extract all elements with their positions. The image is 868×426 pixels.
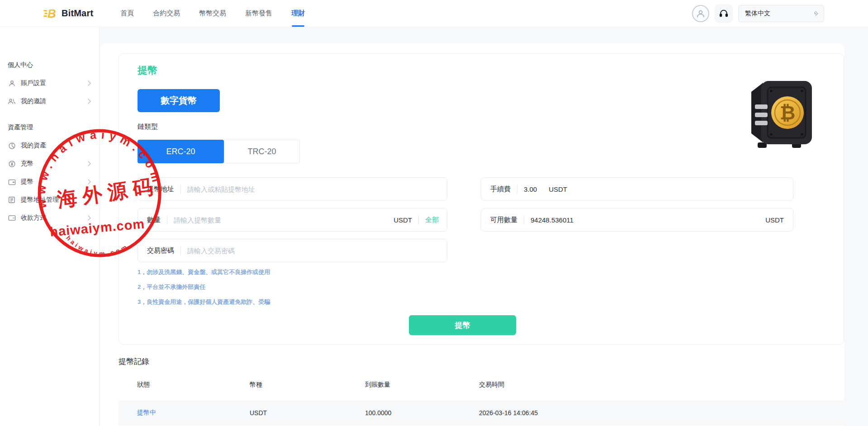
withdraw-form-card: 提幣 數字貨幣 鏈類型 ERC-20 TRC-20 提幣地址 數量 USDT 全…: [119, 53, 844, 345]
language-value: 繁体中文: [745, 9, 770, 18]
fee-unit: USDT: [549, 185, 567, 193]
chevron-right-icon: [85, 80, 90, 85]
withdraw-address-field: 提幣地址: [138, 177, 447, 201]
address-label: 提幣地址: [138, 185, 174, 194]
amount-all-button[interactable]: 全部: [425, 216, 439, 224]
nav-wealth[interactable]: 理財: [291, 0, 305, 27]
card-icon: [8, 214, 16, 222]
amount-label: 數量: [138, 216, 161, 224]
divider: [167, 215, 167, 224]
amount-unit: USDT: [394, 216, 412, 224]
nav-home[interactable]: 首頁: [120, 0, 134, 27]
col-amount: 到賬數量: [365, 381, 479, 389]
chevron-right-icon: [85, 99, 90, 104]
chevron-right-icon: [85, 161, 90, 166]
wallet-icon: [8, 178, 16, 186]
nav-spot[interactable]: 幣幣交易: [199, 0, 226, 27]
bitmart-logo-icon: B: [43, 7, 56, 20]
chevron-down-icon: [813, 11, 818, 16]
chain-type-label: 鏈類型: [138, 123, 158, 131]
digital-currency-tab[interactable]: 數字貨幣: [138, 89, 220, 112]
brand-logo[interactable]: B BitMart: [43, 7, 93, 20]
trade-password-input[interactable]: [187, 247, 447, 255]
notice-line-1: 1，勿涉及洗黑錢、資金盤、或其它不良操作或使用: [138, 268, 270, 276]
active-tab-underline: [292, 25, 304, 27]
nav-futures[interactable]: 合約交易: [153, 0, 180, 27]
divider: [517, 185, 517, 194]
table-row: 提幣中 USDT 100.0000 2026-03-16 14:06:45: [119, 400, 844, 426]
record-coin: USDT: [250, 409, 365, 417]
sidebar-item-my-invites[interactable]: 我的邀請: [0, 92, 99, 110]
password-label: 交易密碼: [138, 246, 174, 255]
document-icon: [8, 196, 16, 204]
users-icon: [8, 97, 16, 105]
available-unit: USDT: [765, 216, 784, 224]
chain-tabs: ERC-20 TRC-20: [138, 140, 300, 163]
available-label: 可用數量: [481, 216, 517, 224]
sidebar-section-personal-center: 個人中心: [8, 59, 99, 71]
sidebar-item-withdraw-address[interactable]: 提幣地址管理: [0, 191, 99, 209]
divider: [180, 246, 181, 255]
available-amount-field: 可用數量 94248.536011 USDT: [481, 208, 793, 232]
yen-circle-icon: [8, 160, 16, 168]
divider: [418, 215, 419, 224]
language-selector[interactable]: 繁体中文: [738, 5, 824, 22]
pie-chart-icon: [8, 142, 16, 150]
available-value: 94248.536011: [531, 216, 574, 224]
sidebar-item-my-assets[interactable]: 我的資產: [0, 137, 99, 155]
trade-password-field: 交易密碼: [138, 239, 447, 262]
notice-line-2: 2，平台並不承擔外部責任: [138, 283, 205, 291]
withdraw-submit-button[interactable]: 提幣: [409, 315, 516, 335]
page-title: 提幣: [138, 64, 157, 77]
brand-name: BitMart: [62, 8, 93, 19]
sidebar-section-asset-management: 資產管理: [8, 121, 99, 134]
divider: [180, 185, 181, 194]
chevron-right-icon: [85, 215, 90, 220]
withdraw-page: { "header": { "brand": "BitMart", "nav":…: [0, 0, 868, 426]
col-status: 狀態: [137, 381, 250, 389]
chain-tab-erc20[interactable]: ERC-20: [138, 140, 224, 163]
amount-input[interactable]: [174, 216, 394, 224]
headset-icon[interactable]: [715, 5, 733, 23]
col-coin: 幣種: [250, 381, 365, 389]
top-navbar: B BitMart 首頁 合約交易 幣幣交易 新幣發售 理財 繁体中文: [0, 0, 868, 27]
sidebar-item-account-settings[interactable]: 賬戶設置: [0, 74, 99, 92]
main-nav: 首頁 合約交易 幣幣交易 新幣發售 理財: [120, 0, 305, 27]
records-table: 狀態 幣種 到賬數量 交易時間 提幣中 USDT 100.0000 2026-0…: [119, 376, 844, 426]
divider: [524, 215, 524, 224]
amount-field: 數量 USDT 全部: [138, 208, 447, 232]
notice-line-3: 3，良性資金用途，保護好個人資產避免欺詐、受騙: [138, 298, 270, 306]
record-status[interactable]: 提幣中: [137, 409, 250, 417]
record-amount: 100.0000: [365, 409, 479, 417]
main-content: 提幣 數字貨幣 鏈類型 ERC-20 TRC-20 提幣地址 數量 USDT 全…: [100, 43, 844, 426]
records-title: 提幣記錄: [119, 356, 844, 367]
chevron-right-icon: [85, 179, 90, 184]
svg-text:B: B: [47, 7, 56, 20]
user-avatar-icon[interactable]: [692, 5, 709, 22]
chain-tab-trc20[interactable]: TRC-20: [224, 140, 300, 163]
header-actions: 繁体中文: [692, 5, 824, 23]
sidebar-item-payment-methods[interactable]: 收款方式: [0, 209, 99, 227]
fee-value: 3.00: [524, 185, 537, 193]
sidebar-item-deposit[interactable]: 充幣: [0, 155, 99, 173]
user-icon: [8, 79, 16, 87]
sidebar-item-withdraw[interactable]: 提幣: [0, 173, 99, 191]
col-time: 交易時間: [479, 381, 844, 389]
fee-label: 手續費: [481, 185, 511, 194]
withdraw-records-section: 提幣記錄 狀態 幣種 到賬數量 交易時間 提幣中 USDT 100.0000 2…: [119, 356, 844, 426]
nav-new-listing[interactable]: 新幣發售: [245, 0, 272, 27]
chevron-right-icon: [85, 197, 90, 202]
sidebar: 個人中心 賬戶設置 我的邀請 資產管理 我的資產: [0, 27, 100, 426]
record-time: 2026-03-16 14:06:45: [479, 409, 844, 417]
svg-text:₿: ₿: [780, 102, 795, 124]
bitcoin-safe-illustration: ₿: [747, 76, 815, 151]
records-table-header: 狀態 幣種 到賬數量 交易時間: [119, 376, 844, 394]
address-input[interactable]: [187, 185, 447, 193]
fee-field: 手續費 3.00 USDT: [481, 177, 793, 201]
